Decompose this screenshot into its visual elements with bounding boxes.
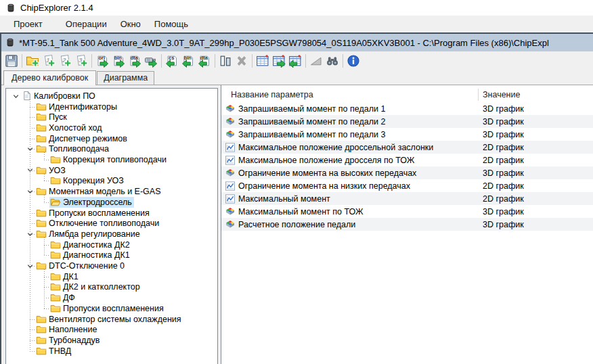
chevron-down-icon[interactable] (11, 91, 20, 101)
menu-help[interactable]: Помощь (148, 17, 195, 31)
table-export-button[interactable] (271, 53, 287, 69)
tree-item-content[interactable]: ДК2 и катколлектор (49, 282, 142, 293)
folder-icon (50, 271, 61, 282)
table-button[interactable] (255, 53, 271, 69)
tree-item[interactable]: Коррекция УОЗ (6, 176, 217, 187)
parameter-row[interactable]: Расчетное положение педали3D график (221, 218, 593, 231)
tree-item-content[interactable]: Вентилятор системы охлаждения (35, 314, 183, 325)
tab-calibration-tree[interactable]: Дерево калибровок (3, 70, 96, 85)
tree-item[interactable]: УОЗ (6, 165, 217, 176)
tree-item-label: Топливоподача (49, 144, 109, 154)
tree-item[interactable]: Коррекция топливоподачи (6, 154, 217, 165)
parameter-row[interactable]: Максимальный момент2D график (221, 192, 593, 205)
tree-item[interactable]: Диспетчер режимов (6, 133, 217, 144)
export-usb-button[interactable] (143, 53, 159, 69)
save-button[interactable] (3, 53, 20, 69)
tree-item[interactable]: DTC-Отключение 0 (6, 260, 217, 271)
table-import-button[interactable] (287, 53, 303, 69)
tree-item[interactable]: Турбонаддув (6, 335, 217, 346)
tree-item[interactable]: Пропуски воспламенения (6, 208, 217, 219)
tree-item[interactable]: Диагностика ДК1 (6, 250, 217, 261)
tab-diagram[interactable]: Диаграмма (97, 71, 154, 85)
parameter-row[interactable]: Запрашиваемый момент по педали 23D графи… (221, 115, 593, 128)
tree-item[interactable]: Наполнение (6, 324, 217, 335)
tree-item-content[interactable]: Моментная модель и E-GAS (35, 186, 163, 197)
tree-item-content[interactable]: Калибровки ПО (21, 91, 97, 101)
tree-item-content[interactable]: Диспетчер режимов (35, 133, 129, 144)
tree-item-content[interactable]: ТНВД (35, 346, 73, 357)
find-button[interactable] (324, 53, 341, 69)
tree-item-content[interactable]: Турбонаддув (35, 335, 102, 346)
tree-item[interactable]: Лямбда регулирование (6, 229, 217, 240)
tree-item-content[interactable]: УОЗ (35, 165, 68, 176)
info-button[interactable] (345, 53, 361, 69)
tree-item[interactable]: Пуск (6, 112, 217, 122)
import-cs-button[interactable]: cs (164, 53, 180, 69)
tree-item[interactable]: Идентификаторы (6, 101, 217, 112)
tree-item[interactable]: Холостой ход (6, 122, 217, 133)
parameter-row[interactable]: Ограничение момента на высоких передачах… (221, 166, 593, 179)
tree-item-content[interactable]: Пропуски воспламенения (35, 208, 152, 219)
export-bin-button[interactable]: bin (110, 53, 127, 69)
tree-item[interactable]: Отключение топливоподачи (6, 218, 217, 229)
compare-button[interactable] (217, 53, 234, 69)
tree-item-content[interactable]: ДФ (49, 292, 77, 303)
load-file-2-button[interactable]: 2 (57, 53, 73, 69)
tree-item[interactable]: ДК1 (6, 271, 217, 282)
tree-connector-line (30, 351, 35, 352)
parameter-row[interactable]: Запрашиваемый момент по педали 33D графи… (221, 128, 593, 141)
tree-item-selected[interactable]: Электродроссель (49, 197, 134, 208)
tree-item[interactable]: ДФ (6, 292, 217, 303)
tree-item-content[interactable]: Отключение топливоподачи (35, 218, 161, 229)
parameter-row[interactable]: Запрашиваемый момент по педали 13D графи… (221, 102, 593, 115)
tree-item-content[interactable]: Пуск (35, 112, 69, 122)
tree-item[interactable]: Электродроссель (6, 197, 217, 208)
load-file-3-button[interactable]: 3 (73, 53, 89, 69)
add-folder-button[interactable] (24, 53, 41, 69)
tree-item-content[interactable]: Коррекция УОЗ (49, 176, 126, 187)
tree-item-content[interactable]: Наполнение (35, 324, 99, 335)
chart-2d-icon (225, 155, 236, 166)
tree-item-content[interactable]: Пропуски воспламенения (49, 303, 166, 314)
tree-item[interactable]: Калибровки ПО (6, 91, 217, 101)
parameter-row[interactable]: Максимальное положение дроссельной засло… (221, 141, 593, 154)
tree-item[interactable]: Вентилятор системы охлаждения (6, 314, 217, 325)
tree-item[interactable]: Моментная модель и E-GAS (6, 186, 217, 197)
menubar: Проект Операции Окно Помощь (0, 16, 593, 32)
export-ori-button[interactable]: ori (94, 53, 110, 69)
load-file-1-button[interactable]: 1 (41, 53, 57, 69)
column-value-header[interactable]: Значение (483, 90, 520, 99)
tree-connector-line (30, 329, 35, 330)
export-dta-button[interactable]: dta (127, 53, 143, 69)
table-import-icon (288, 54, 302, 68)
tree-item-content[interactable]: Лямбда регулирование (35, 229, 142, 240)
parameter-row[interactable]: Максимальное положение дросселя по ТОЖ2D… (221, 154, 593, 166)
menu-project[interactable]: Проект (7, 17, 49, 31)
tree-item-content[interactable]: Идентификаторы (35, 101, 119, 112)
tree-item[interactable]: Топливоподача (6, 144, 217, 155)
tree-item-content[interactable]: Холостой ход (35, 122, 104, 133)
import-bin-button[interactable]: bin (180, 53, 196, 69)
column-divider[interactable] (478, 89, 479, 101)
menu-window[interactable]: Окно (114, 17, 148, 31)
tree-item[interactable]: Пропуски воспламенения (6, 303, 217, 314)
document-titlebar[interactable]: *MT-95.1_Tank 500 Adventure_4WD_3.0T_9AT… (1, 34, 593, 51)
tree-item-content[interactable]: Топливоподача (35, 144, 111, 155)
tree-item-content[interactable]: Диагностика ДК2 (49, 240, 132, 250)
parameter-row[interactable]: Максимальный момент по ТОЖ3D график (221, 205, 593, 218)
tree-item[interactable]: ТНВД (6, 346, 217, 357)
tree-item-content[interactable]: Коррекция топливоподачи (49, 154, 169, 165)
tree-connector-line (44, 245, 49, 246)
menu-operations[interactable]: Операции (59, 17, 114, 31)
cancel-x-icon (235, 54, 248, 68)
tree-item-content[interactable]: ДК1 (49, 271, 81, 282)
tree-item-label: УОЗ (49, 166, 66, 175)
tree-item[interactable]: ДК2 и катколлектор (6, 282, 217, 293)
tree-item[interactable]: Диагностика ДК2 (6, 240, 217, 250)
column-name-header[interactable]: Название параметра (231, 90, 313, 99)
tree-item-label: Диагностика ДК2 (63, 240, 130, 250)
tree-item-content[interactable]: Диагностика ДК1 (49, 250, 132, 261)
import-dta-button[interactable]: dta (196, 53, 213, 69)
parameter-row[interactable]: Ограничение момента на низких передачах2… (221, 179, 593, 192)
tree-item-content[interactable]: DTC-Отключение 0 (35, 260, 127, 271)
